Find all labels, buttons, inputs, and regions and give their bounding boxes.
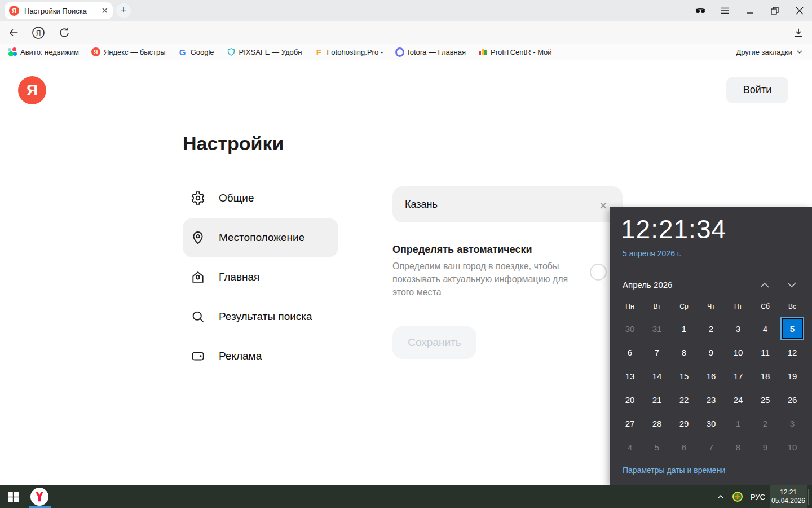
calendar-day[interactable]: 14 — [643, 364, 670, 388]
start-button[interactable] — [0, 485, 26, 508]
restore-button[interactable] — [762, 0, 787, 21]
yandex-home-button[interactable]: Я — [32, 26, 45, 40]
show-desktop-button[interactable] — [809, 485, 812, 508]
bookmark-yandex[interactable]: ЯЯндекс — быстры — [91, 47, 166, 56]
bookmark-google[interactable]: GGoogle — [178, 47, 214, 56]
calendar-day[interactable]: 21 — [643, 388, 670, 411]
calendar-day[interactable]: 9 — [698, 340, 725, 364]
calendar-day[interactable]: 27 — [616, 411, 643, 435]
back-button[interactable] — [7, 26, 20, 40]
yandex-logo[interactable]: Я — [18, 76, 46, 104]
calendar-day[interactable]: 4 — [752, 317, 779, 340]
other-bookmarks-label: Другие закладки — [736, 48, 792, 56]
sidebar-item-location[interactable]: Местоположение — [183, 218, 338, 257]
sidebar-item-general[interactable]: Общие — [183, 178, 338, 218]
calendar-day-number: 6 — [628, 348, 632, 357]
calendar-day[interactable]: 7 — [643, 340, 670, 364]
calendar-day[interactable]: 2 — [752, 411, 779, 435]
calendar-day[interactable]: 23 — [698, 388, 725, 411]
calendar-day[interactable]: 2 — [698, 317, 725, 340]
calendar-day[interactable]: 1 — [670, 317, 698, 340]
calendar-day-number: 7 — [709, 443, 713, 452]
save-button[interactable]: Сохранить — [392, 326, 476, 359]
browser-menu-icon[interactable] — [713, 0, 738, 21]
calendar-day-number: 2 — [763, 419, 767, 428]
calendar-day-number: 14 — [652, 371, 662, 381]
language-indicator[interactable]: РУС — [746, 493, 770, 501]
calendar-day[interactable]: 31 — [643, 317, 670, 340]
calendar-day-selected[interactable]: 5 — [779, 317, 806, 340]
sidebar-item-ads[interactable]: Реклама — [183, 336, 338, 376]
incognito-glasses-icon[interactable] — [688, 0, 713, 21]
calendar-day[interactable]: 1 — [725, 411, 752, 435]
calendar-day[interactable]: 9 — [752, 435, 779, 459]
calendar-day-number: 31 — [652, 324, 662, 334]
calendar-day[interactable]: 30 — [698, 411, 725, 435]
tab-title: Настройки Поиска — [24, 7, 98, 15]
login-button[interactable]: Войти — [726, 77, 788, 103]
yandex-browser-taskbar-icon[interactable] — [30, 488, 48, 506]
tab-close-icon[interactable]: ✕ — [101, 6, 108, 16]
calendar-day[interactable]: 20 — [616, 388, 643, 411]
other-bookmarks-button[interactable]: Другие закладки — [736, 44, 803, 60]
calendar-day[interactable]: 3 — [779, 411, 806, 435]
download-icon[interactable] — [792, 26, 805, 40]
calendar-day-number: 13 — [625, 371, 635, 381]
calendar-prev-month-icon[interactable] — [757, 279, 772, 291]
day-header: Вт — [643, 301, 670, 312]
calendar-day[interactable]: 25 — [752, 388, 779, 411]
calendar-next-month-icon[interactable] — [784, 279, 799, 291]
calendar-day[interactable]: 8 — [725, 435, 752, 459]
close-window-button[interactable] — [787, 0, 812, 21]
bookmark-profitcentr[interactable]: ProfiTCentR - Мой — [478, 47, 552, 56]
vertical-divider — [370, 179, 370, 376]
calendar-day[interactable]: 30 — [616, 317, 643, 340]
calendar-day[interactable]: 17 — [725, 364, 752, 388]
calendar-day[interactable]: 4 — [616, 435, 643, 459]
clear-city-icon[interactable]: ✕ — [599, 199, 608, 212]
calendar-day[interactable]: 3 — [725, 317, 752, 340]
tray-expand-icon[interactable] — [712, 494, 729, 500]
calendar-day[interactable]: 5 — [643, 435, 670, 459]
auto-detect-toggle[interactable] — [590, 264, 607, 281]
refresh-icon[interactable] — [58, 26, 71, 40]
calendar-day-number: 1 — [682, 324, 686, 334]
bookmark-label: ProfiTCentR - Мой — [491, 48, 552, 56]
calendar-day[interactable]: 13 — [616, 364, 643, 388]
city-input[interactable] — [392, 186, 623, 222]
calendar-day[interactable]: 15 — [670, 364, 698, 388]
bookmark-fotohosting[interactable]: FFotohosting.Pro - — [314, 47, 383, 56]
calendar-day-number: 4 — [628, 443, 632, 452]
pixsafe-icon — [227, 47, 236, 56]
bookmark-pixsafe[interactable]: PIXSAFE — Удобн — [227, 47, 302, 56]
calendar-day[interactable]: 11 — [752, 340, 779, 364]
calendar-day[interactable]: 6 — [670, 435, 698, 459]
antivirus-tray-icon[interactable] — [729, 491, 746, 502]
minimize-button[interactable] — [738, 0, 762, 21]
calendar-day[interactable]: 29 — [670, 411, 698, 435]
calendar-day[interactable]: 12 — [779, 340, 806, 364]
calendar-day[interactable]: 6 — [616, 340, 643, 364]
sidebar-item-home[interactable]: Главная — [183, 257, 338, 297]
calendar-day[interactable]: 10 — [725, 340, 752, 364]
bookmarks-bar: Авито: недвижимЯЯндекс — быстрыGGooglePI… — [0, 44, 812, 60]
calendar-day[interactable]: 8 — [670, 340, 698, 364]
clock-date-link[interactable]: 5 апреля 2026 г. — [623, 249, 681, 258]
calendar-day[interactable]: 24 — [725, 388, 752, 411]
calendar-day[interactable]: 18 — [752, 364, 779, 388]
calendar-day[interactable]: 10 — [779, 435, 806, 459]
calendar-day[interactable]: 16 — [698, 364, 725, 388]
taskbar-clock[interactable]: 12:21 05.04.2026 — [770, 485, 807, 508]
date-time-settings-link[interactable]: Параметры даты и времени — [623, 466, 725, 475]
calendar-day[interactable]: 19 — [779, 364, 806, 388]
calendar-day-number: 3 — [790, 419, 795, 428]
bookmark-avito[interactable]: Авито: недвижим — [8, 47, 79, 56]
calendar-day[interactable]: 26 — [779, 388, 806, 411]
calendar-day[interactable]: 22 — [670, 388, 698, 411]
sidebar-item-search-results[interactable]: Результаты поиска — [183, 297, 338, 336]
calendar-day[interactable]: 28 — [643, 411, 670, 435]
browser-tab[interactable]: Я Настройки Поиска ✕ — [5, 2, 113, 19]
calendar-day[interactable]: 7 — [698, 435, 725, 459]
new-tab-button[interactable]: + — [116, 3, 131, 18]
bookmark-fotora[interactable]: fotora — Главная — [395, 47, 466, 56]
